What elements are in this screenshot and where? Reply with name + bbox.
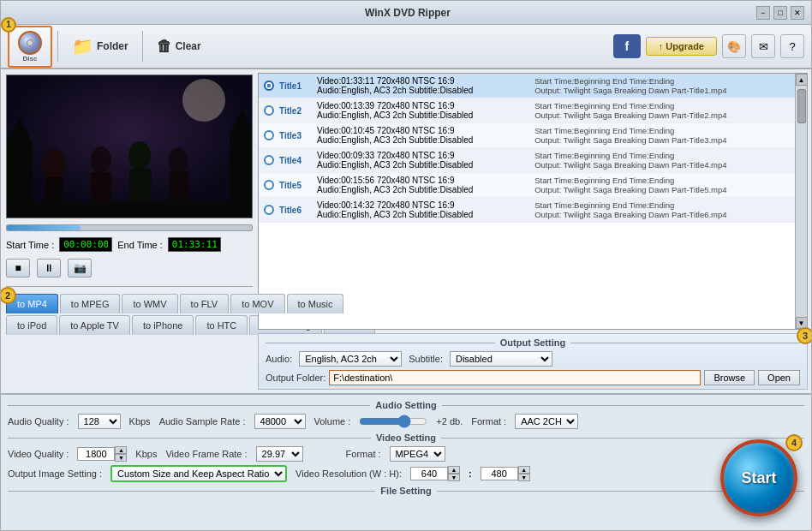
tab-to-wmv[interactable]: to WMV xyxy=(122,294,177,313)
framerate-select[interactable]: 29.97 xyxy=(256,446,303,462)
title-name: Title2 xyxy=(279,106,312,116)
facebook-button[interactable]: f xyxy=(613,34,641,58)
svg-point-6 xyxy=(128,141,151,170)
title-info-line1: Video:00:09:33 720x480 NTSC 16:9 xyxy=(317,151,529,160)
video-format-label: Format : xyxy=(346,449,381,459)
scroll-thumb[interactable] xyxy=(797,89,806,123)
folder-icon: 📁 xyxy=(72,36,93,57)
tab-to-iphone[interactable]: to iPhone xyxy=(132,315,194,335)
time-controls: Start Time : End Time : xyxy=(6,237,253,252)
right-panel: Title1 Video:01:33:11 720x480 NTSC 16:9 … xyxy=(258,69,811,393)
tab-to-mpeg[interactable]: to MPEG xyxy=(60,294,121,313)
tab-to-music[interactable]: to Music xyxy=(287,294,344,313)
table-row[interactable]: Title2 Video:00:13:39 720x480 NTSC 16:9 … xyxy=(259,98,795,123)
image-setting-select[interactable]: Custom Size and Keep Aspect Ratio xyxy=(110,465,287,482)
radio-btn[interactable] xyxy=(264,105,274,116)
table-row[interactable]: Title3 Video:00:10:45 720x480 NTSC 16:9 … xyxy=(259,123,795,148)
volume-slider[interactable] xyxy=(359,415,427,427)
volume-slider-wrap xyxy=(359,415,427,427)
resolution-separator: : xyxy=(469,468,472,479)
width-input[interactable] xyxy=(410,467,448,480)
title-output: Output: Twilight Saga Breaking Dawn Part… xyxy=(534,110,790,120)
sample-rate-select[interactable]: 48000 xyxy=(254,414,306,429)
snapshot-button[interactable]: 📷 xyxy=(68,259,92,277)
scrollbar[interactable]: ▲ ▼ xyxy=(795,74,807,329)
start-time-input[interactable] xyxy=(59,237,112,252)
badge-4: 4 xyxy=(785,434,803,451)
tab-to-ipod[interactable]: to iPod xyxy=(6,315,57,335)
disc-button[interactable]: Disc xyxy=(8,26,52,68)
svg-point-8 xyxy=(169,147,188,173)
radio-btn[interactable] xyxy=(264,180,274,190)
email-button[interactable]: ✉ xyxy=(751,34,775,58)
scroll-up[interactable]: ▲ xyxy=(796,74,808,86)
disc-label: Disc xyxy=(23,55,38,63)
toolbar-right: f ↑ Upgrade 🎨 ✉ ? xyxy=(613,34,804,58)
end-time-input[interactable] xyxy=(168,237,221,252)
tab-to-flv[interactable]: to FLV xyxy=(180,294,230,313)
title-time-output: Start Time:Beginning End Time:Ending Out… xyxy=(534,101,790,120)
audio-select[interactable]: English, AC3 2ch xyxy=(299,351,402,367)
maximize-button[interactable]: □ xyxy=(773,6,787,20)
tab-to-mov[interactable]: to MOV xyxy=(230,294,284,313)
start-time-label: Start Time : xyxy=(6,240,54,250)
clear-button[interactable]: 🗑 Clear xyxy=(148,34,210,59)
progress-bar-track[interactable] xyxy=(6,224,253,231)
height-up[interactable]: ▲ xyxy=(518,466,530,474)
help-button[interactable]: ? xyxy=(780,34,804,58)
browse-button[interactable]: Browse xyxy=(704,370,755,385)
radio-btn[interactable] xyxy=(264,81,274,91)
title-name: Title4 xyxy=(279,156,312,165)
subtitle-select[interactable]: Disabled xyxy=(450,351,552,367)
dvd-icon xyxy=(18,31,42,55)
title-info: Video:00:09:33 720x480 NTSC 16:9 Audio:E… xyxy=(317,151,529,170)
audio-label: Audio: xyxy=(266,354,292,364)
close-button[interactable]: ✕ xyxy=(791,6,804,20)
table-row[interactable]: Title1 Video:01:33:11 720x480 NTSC 16:9 … xyxy=(259,74,795,98)
main-area: Start Time : End Time : ■ ⏸ 📷 2 xyxy=(1,69,811,530)
badge-3: 3 xyxy=(797,327,811,344)
title-info-line1: Video:00:13:39 720x480 NTSC 16:9 xyxy=(317,101,529,110)
start-button[interactable]: Start xyxy=(720,439,797,516)
stop-button[interactable]: ■ xyxy=(6,259,30,277)
separator-1 xyxy=(57,31,58,62)
radio-btn[interactable] xyxy=(264,205,274,215)
quality-down[interactable]: ▼ xyxy=(115,454,127,462)
quality-up[interactable]: ▲ xyxy=(115,446,127,454)
control-buttons: ■ ⏸ 📷 xyxy=(6,259,253,277)
folder-button[interactable]: 📁 Folder xyxy=(63,33,137,60)
audio-quality-select[interactable]: 128 xyxy=(78,414,121,429)
height-input[interactable] xyxy=(481,467,518,480)
video-quality-input[interactable] xyxy=(77,447,115,461)
upgrade-button[interactable]: ↑ Upgrade xyxy=(646,37,717,56)
pause-button[interactable]: ⏸ xyxy=(37,259,61,277)
minimize-button[interactable]: − xyxy=(756,6,770,20)
title-info-line2: Audio:English, AC3 2ch Subtitle:Disabled xyxy=(317,135,529,145)
video-format-select[interactable]: MPEG4 xyxy=(390,446,445,462)
width-down[interactable]: ▼ xyxy=(448,474,460,481)
width-up[interactable]: ▲ xyxy=(448,466,460,474)
end-time-label: End Time : xyxy=(117,240,163,250)
svg-rect-9 xyxy=(170,171,188,206)
table-row[interactable]: Title5 Video:00:15:56 720x480 NTSC 16:9 … xyxy=(259,173,795,198)
radio-btn[interactable] xyxy=(264,155,274,165)
audio-setting-title: Audio Setting xyxy=(8,400,804,410)
video-quality-spinner: ▲ ▼ xyxy=(77,446,127,462)
tab-to-appletv[interactable]: to Apple TV xyxy=(59,315,130,335)
height-down[interactable]: ▼ xyxy=(518,474,530,481)
window-controls[interactable]: − □ ✕ xyxy=(756,6,804,20)
format-row-1: to MP4 to MPEG to WMV to FLV to MOV to M… xyxy=(6,294,253,313)
radio-btn[interactable] xyxy=(264,130,274,140)
skin-button[interactable]: 🎨 xyxy=(722,34,746,58)
audio-format-select[interactable]: AAC 2CH xyxy=(515,414,578,429)
open-button[interactable]: Open xyxy=(758,370,800,385)
title-list: Title1 Video:01:33:11 720x480 NTSC 16:9 … xyxy=(259,74,795,329)
table-row[interactable]: Title4 Video:00:09:33 720x480 NTSC 16:9 … xyxy=(259,148,795,173)
table-row[interactable]: Title6 Video:00:14:32 720x480 NTSC 16:9 … xyxy=(259,198,795,223)
output-setting: 3 Output Setting Audio: English, AC3 2ch… xyxy=(258,333,808,390)
tab-to-htc[interactable]: to HTC xyxy=(195,315,248,335)
title-name: Title6 xyxy=(279,206,312,215)
title-bar: WinX DVD Ripper − □ ✕ xyxy=(1,1,811,25)
toolbar: 1 Disc 📁 Folder 🗑 Clear f ↑ Upgrade 🎨 ✉ … xyxy=(1,25,811,69)
folder-input[interactable] xyxy=(329,370,701,385)
